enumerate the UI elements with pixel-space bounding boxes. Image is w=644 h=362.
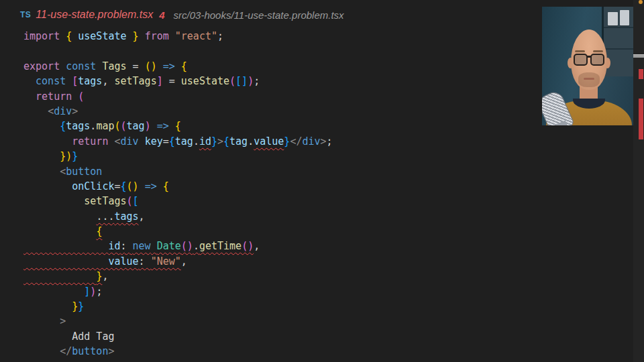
webcam-overlay xyxy=(542,7,633,125)
code-line[interactable] xyxy=(23,44,333,58)
shelf-box xyxy=(608,12,618,25)
code-token: "react" xyxy=(175,30,217,42)
code-area[interactable]: import { useState } from "react"; export… xyxy=(23,29,333,359)
code-line[interactable]: }, xyxy=(23,269,333,284)
error-mark xyxy=(639,99,643,139)
code-line[interactable]: ]); xyxy=(23,284,333,299)
code-token: > xyxy=(108,345,114,357)
code-token: , xyxy=(139,210,145,223)
code-token: div xyxy=(54,105,72,117)
tab-file-name[interactable]: 11-use-state.problem.tsx xyxy=(36,9,153,21)
code-token: , xyxy=(102,75,114,87)
code-token: . xyxy=(248,135,254,147)
code-token: key xyxy=(145,135,163,147)
code-line[interactable]: value: "New", xyxy=(23,254,333,269)
code-token: map xyxy=(96,120,114,132)
code-line[interactable]: > xyxy=(23,314,333,328)
code-token xyxy=(23,255,108,267)
code-token: ( xyxy=(127,195,133,207)
person-stubble xyxy=(578,72,600,87)
error-squiggle: } xyxy=(23,270,102,282)
code-token: </ xyxy=(290,135,302,147)
code-token: > xyxy=(217,135,223,147)
code-token: tags xyxy=(114,210,138,223)
code-line[interactable]: <button xyxy=(23,164,333,179)
code-token: div xyxy=(302,135,320,147)
code-token xyxy=(23,330,72,343)
code-line[interactable]: setTags([ xyxy=(23,194,333,208)
code-line[interactable]: ...tags, xyxy=(23,209,333,224)
code-line[interactable]: }} xyxy=(23,299,333,314)
code-token: useState xyxy=(78,30,126,42)
code-token: import xyxy=(23,30,66,42)
code-token: id xyxy=(199,135,211,147)
code-token xyxy=(23,120,60,132)
code-token: tags xyxy=(66,120,90,132)
code-line[interactable]: })} xyxy=(23,149,333,164)
shelf-ledge xyxy=(604,48,633,50)
code-token: = xyxy=(163,75,181,87)
code-token: () xyxy=(181,240,193,252)
code-token: [] xyxy=(235,75,248,87)
code-token: { xyxy=(169,135,175,147)
code-line[interactable]: </button> xyxy=(23,344,333,359)
code-token xyxy=(175,60,181,72)
error-squiggle: id: new Date().getTime() xyxy=(23,240,254,252)
code-token: = xyxy=(127,60,145,72)
code-token: value xyxy=(254,135,284,147)
code-token: return xyxy=(72,135,108,147)
code-line[interactable]: return ( xyxy=(23,89,333,104)
code-token: Add Tag xyxy=(72,330,114,343)
code-token: ( xyxy=(229,75,235,87)
shelf-ledge xyxy=(604,27,633,28)
code-line[interactable]: const [tags, setTags] = useState([]); xyxy=(23,74,333,88)
code-token: { xyxy=(223,135,229,147)
code-token: } xyxy=(78,300,84,312)
code-line[interactable]: Add Tag xyxy=(23,329,333,344)
code-token: setTags xyxy=(84,195,126,207)
code-token: button xyxy=(72,345,108,357)
code-token xyxy=(23,45,30,57)
code-token xyxy=(139,180,145,192)
code-line[interactable]: { xyxy=(23,224,333,239)
code-token: tag xyxy=(229,135,248,147)
code-token xyxy=(23,135,72,147)
sweater-collar xyxy=(573,99,605,109)
code-token: () xyxy=(145,60,157,72)
code-token: ; xyxy=(217,30,223,42)
recording-indicator-dot xyxy=(639,0,643,4)
code-token xyxy=(169,30,175,42)
code-line[interactable]: return <div key={tag.id}>{tag.value}</di… xyxy=(23,134,333,149)
code-token: getTime xyxy=(199,240,241,252)
code-line[interactable]: onClick={() => { xyxy=(23,179,333,194)
vscode-window: TS 11-use-state.problem.tsx 4 src/03-hoo… xyxy=(0,0,644,362)
error-squiggle: id xyxy=(199,135,211,147)
error-squiggle: value: "New" xyxy=(23,255,181,267)
code-line[interactable]: export const Tags = () => { xyxy=(23,59,333,74)
code-token: = xyxy=(114,180,120,192)
code-token: return xyxy=(36,90,72,103)
code-token xyxy=(151,120,157,132)
code-line[interactable]: id: new Date().getTime(), xyxy=(23,239,333,253)
code-token: setTags xyxy=(114,75,156,87)
glasses-bridge xyxy=(586,56,592,58)
person-eyebrow xyxy=(575,50,585,52)
code-token: = xyxy=(163,135,169,147)
code-token xyxy=(23,240,108,252)
code-line[interactable]: <div> xyxy=(23,104,333,119)
code-token: , xyxy=(254,240,260,252)
code-token: } xyxy=(133,30,139,42)
typescript-file-icon: TS xyxy=(20,10,31,19)
code-token: new xyxy=(133,240,151,252)
code-token: , xyxy=(181,255,187,267)
code-token: ; xyxy=(96,286,102,298)
code-line[interactable]: {tags.map((tag) => { xyxy=(23,119,333,133)
error-mark xyxy=(639,69,643,79)
code-token: > xyxy=(72,105,78,117)
error-squiggle: value xyxy=(254,135,284,147)
code-token: onClick xyxy=(72,180,114,192)
code-line[interactable]: import { useState } from "react"; xyxy=(23,29,333,44)
code-token: useState xyxy=(181,75,229,87)
overview-ruler[interactable] xyxy=(633,0,644,362)
code-token xyxy=(23,166,60,178)
